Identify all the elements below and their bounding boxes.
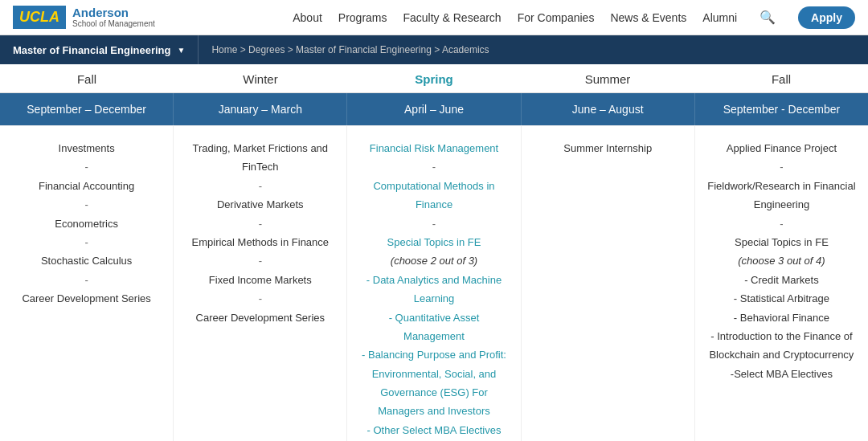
col-summer: Summer Internship bbox=[522, 126, 695, 441]
item-fieldwork-research: Fieldwork/Research in Financial Engineer… bbox=[705, 177, 858, 214]
item-quant-asset: - Quantitative Asset Management bbox=[357, 308, 510, 346]
season-fall2: Fall bbox=[694, 64, 868, 92]
item-empirical-methods: Empirical Methods in Finance bbox=[183, 233, 337, 251]
season-spring: Spring bbox=[347, 64, 521, 92]
apply-button[interactable]: Apply bbox=[798, 6, 855, 29]
nav-news-events[interactable]: News & Events bbox=[610, 11, 686, 24]
sep10: - bbox=[357, 214, 510, 233]
nav-faculty-research[interactable]: Faculty & Research bbox=[403, 11, 502, 24]
content-area: Investments - Financial Accounting - Eco… bbox=[0, 125, 868, 441]
item-trading-market: Trading, Market Frictions and FinTech bbox=[183, 139, 337, 177]
item-investments: Investments bbox=[10, 139, 163, 157]
col-fall2: Applied Finance Project - Fieldwork/Rese… bbox=[695, 126, 868, 441]
sep11: - bbox=[705, 157, 858, 176]
col-winter: Trading, Market Frictions and FinTech - … bbox=[174, 126, 347, 441]
sep12: - bbox=[705, 214, 858, 233]
col-fall1: Investments - Financial Accounting - Eco… bbox=[0, 126, 174, 441]
sep1: - bbox=[10, 157, 163, 176]
nav-links: About Programs Faculty & Research For Co… bbox=[293, 6, 855, 29]
anderson-label: Anderson bbox=[72, 6, 155, 20]
month-apr-jun: April – June bbox=[347, 93, 521, 125]
nav-for-companies[interactable]: For Companies bbox=[518, 11, 595, 24]
item-choose-3-4: (choose 3 out of 4) bbox=[705, 251, 858, 270]
logo-area: UCLA Anderson School of Management bbox=[13, 6, 155, 29]
season-summer: Summer bbox=[521, 64, 694, 92]
ucla-logo: UCLA bbox=[13, 6, 66, 29]
item-financial-accounting: Financial Accounting bbox=[10, 177, 163, 195]
item-other-mba-spring: - Other Select MBA Electives bbox=[357, 421, 510, 439]
breadcrumb-bar: Master of Financial Engineering ▼ Home >… bbox=[0, 35, 868, 64]
nav-alumni[interactable]: Alumni bbox=[702, 11, 737, 24]
item-credit-markets: - Credit Markets bbox=[705, 271, 858, 289]
item-applied-finance: Applied Finance Project bbox=[705, 139, 858, 157]
sep4: - bbox=[10, 271, 163, 289]
item-summer-internship: Summer Internship bbox=[531, 139, 685, 157]
item-special-topics-fe: Special Topics in FE bbox=[357, 233, 510, 251]
top-navigation: UCLA Anderson School of Management About… bbox=[0, 0, 868, 35]
col-spring: Financial Risk Management - Computationa… bbox=[347, 126, 521, 441]
nav-about[interactable]: About bbox=[293, 11, 322, 24]
month-bar: September – December January – March Apr… bbox=[0, 93, 868, 125]
season-header-row: Fall Winter Spring Summer Fall bbox=[0, 64, 868, 93]
month-jan-mar: January – March bbox=[174, 93, 347, 125]
item-derivative-markets: Derivative Markets bbox=[183, 195, 337, 214]
item-computational-methods: Computational Methods in Finance bbox=[357, 177, 510, 214]
item-data-analytics: - Data Analytics and Machine Learning bbox=[357, 271, 510, 308]
program-dropdown[interactable]: Master of Financial Engineering ▼ bbox=[0, 35, 199, 64]
month-sep-dec2: September - December bbox=[695, 93, 868, 125]
season-fall1: Fall bbox=[0, 64, 174, 92]
sep2: - bbox=[10, 195, 163, 214]
item-select-mba-fall: -Select MBA Electives bbox=[705, 365, 858, 383]
search-icon[interactable]: 🔍 bbox=[760, 10, 776, 25]
item-career-dev-1: Career Development Series bbox=[10, 289, 163, 308]
program-title: Master of Financial Engineering bbox=[13, 44, 170, 56]
dropdown-arrow-icon: ▼ bbox=[177, 46, 185, 55]
nav-programs[interactable]: Programs bbox=[338, 11, 387, 24]
school-label: School of Management bbox=[72, 19, 155, 28]
sep5: - bbox=[183, 177, 337, 195]
anderson-brand: Anderson School of Management bbox=[72, 6, 155, 29]
item-career-dev-2: Career Development Series bbox=[183, 308, 337, 327]
item-econometrics: Econometrics bbox=[10, 214, 163, 233]
breadcrumb-path: Home > Degrees > Master of Financial Eng… bbox=[199, 44, 502, 55]
item-financial-risk: Financial Risk Management bbox=[357, 139, 510, 157]
item-blockchain-finance: - Introduction to the Finance of Blockch… bbox=[705, 327, 858, 365]
item-statistical-arbitrage: - Statistical Arbitrage bbox=[705, 289, 858, 308]
item-stochastic-calculus: Stochastic Calculus bbox=[10, 251, 163, 270]
season-winter: Winter bbox=[174, 64, 347, 92]
item-fixed-income: Fixed Income Markets bbox=[183, 271, 337, 289]
sep8: - bbox=[183, 289, 337, 308]
sep7: - bbox=[183, 251, 337, 270]
item-choose-2-3: (choose 2 out of 3) bbox=[357, 251, 510, 270]
item-balancing-purpose: - Balancing Purpose and Profit: Environm… bbox=[357, 345, 510, 421]
month-sep-dec: September – December bbox=[0, 93, 174, 125]
item-behavioral-finance: - Behavioral Finance bbox=[705, 308, 858, 327]
sep6: - bbox=[183, 214, 337, 233]
item-special-topics-fe2: Special Topics in FE bbox=[705, 233, 858, 251]
sep9: - bbox=[357, 157, 510, 176]
sep3: - bbox=[10, 233, 163, 251]
month-jun-aug: June – August bbox=[522, 93, 695, 125]
